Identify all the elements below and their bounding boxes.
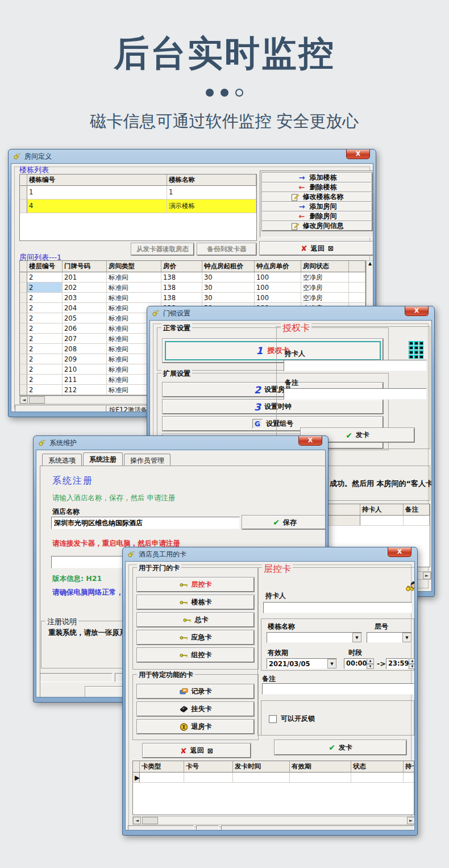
table-cell: 标准间 (107, 293, 161, 303)
read-from-encoder-button[interactable]: 从发卡器读取房态 (131, 243, 194, 255)
chevron-down-icon[interactable]: ▼ (402, 633, 411, 642)
record-card-button[interactable]: 记录卡 (137, 684, 254, 699)
close-icon[interactable]: X (346, 149, 370, 159)
table-cell: 201 (63, 272, 107, 283)
tab-system-register[interactable]: 系统注册 (83, 452, 123, 466)
delete-room-button[interactable]: ← 删除房间 (262, 211, 372, 221)
master-card-button[interactable]: 总卡 (137, 613, 254, 627)
chevron-down-icon[interactable]: ▼ (352, 633, 361, 642)
time-from-stepper[interactable]: 00:00 ▲▼ (344, 658, 374, 669)
emergency-card-button[interactable]: 应急卡 (137, 630, 254, 645)
scroll-left-icon[interactable]: ◄ (20, 396, 28, 404)
add-room-button[interactable]: → 添加房间 (262, 202, 372, 211)
scrollbar-thumb[interactable] (29, 396, 45, 403)
backup-to-encoder-button[interactable]: 备份到发卡器 (197, 243, 256, 255)
floor-number-select[interactable]: ▼ (367, 632, 412, 643)
add-icon: → (298, 174, 306, 182)
table-cell: ▶ (133, 773, 140, 783)
scrollbar-thumb[interactable] (142, 817, 158, 824)
table-row[interactable]: 4演示楼栋 (20, 200, 256, 213)
table-row[interactable]: 2203标准间13830100空净房 (20, 293, 365, 303)
scroll-right-icon[interactable]: ► (407, 817, 415, 824)
key-icon (180, 651, 188, 659)
cardholder-input[interactable] (284, 360, 427, 371)
button-label: 楼栋卡 (192, 597, 212, 607)
time-from-value[interactable]: 00:00 (344, 658, 367, 669)
stepper-buttons[interactable]: ▲▼ (367, 658, 374, 669)
issue-card-button[interactable]: ✔ 发卡 (275, 740, 406, 755)
floor-control-card-button[interactable]: 层控卡 (137, 578, 254, 592)
scroll-up-icon[interactable]: ▲ (368, 261, 372, 266)
table-cell (233, 773, 290, 783)
valid-date-select[interactable]: 2021/03/05 ▼ (267, 658, 337, 669)
group-control-card-button[interactable]: 组控卡 (137, 648, 254, 662)
close-icon[interactable]: X (388, 547, 411, 557)
time-to-stepper[interactable]: 23:59 ▲▼ (386, 658, 415, 669)
stepper-buttons[interactable]: ▲▼ (409, 658, 415, 669)
tab-system-options[interactable]: 系统选项 (42, 454, 82, 466)
add-building-button[interactable]: → 添加楼栋 (262, 173, 372, 182)
step-down-icon[interactable]: ▼ (409, 664, 415, 670)
titlebar[interactable]: 门锁设置 X (149, 306, 432, 320)
table-cell: 2 (27, 323, 63, 334)
step-up-icon[interactable]: ▲ (409, 658, 415, 664)
button-label: 修改楼栋名称 (303, 192, 344, 202)
table-cell (20, 334, 27, 344)
table-row[interactable]: 11 (20, 186, 256, 200)
step-up-icon[interactable]: ▲ (367, 658, 374, 664)
table-cell: 标准间 (107, 283, 161, 293)
return-button[interactable]: ✘ 返回 ⊠ (260, 242, 373, 255)
table-cell: 203 (63, 293, 107, 303)
statusbar-cell (40, 673, 113, 682)
table-cell (20, 186, 27, 200)
building-card-button[interactable]: 楼栋卡 (137, 595, 254, 609)
checkbox-icon[interactable] (269, 715, 277, 723)
tab-operator-management[interactable]: 操作员管理 (124, 454, 171, 466)
titlebar[interactable]: 房间定义 X (11, 149, 373, 163)
cards-table-horizontal-scrollbar[interactable]: ◄ ► (132, 816, 415, 825)
table-row[interactable]: 2202标准间13830100空净房 (20, 283, 365, 293)
check-icon: ✔ (346, 431, 352, 440)
table-row[interactable]: ▶ (133, 773, 414, 783)
window-title: 酒店员工用的卡 (139, 550, 186, 559)
return-button[interactable]: ✘ 返回 ⊠ (143, 744, 251, 758)
table-cell: 138 (161, 283, 202, 293)
button-label: 总卡 (195, 615, 209, 625)
valid-date-label: 有效期 (268, 648, 288, 658)
save-button[interactable]: ✔ 保存 (242, 516, 326, 529)
statusbar-cell (196, 825, 219, 830)
close-icon[interactable]: X (405, 306, 429, 316)
step-down-icon[interactable]: ▼ (367, 664, 374, 670)
building-table[interactable]: 楼栋编号楼栋名称 114演示楼栋 (19, 174, 257, 241)
button-number: 3 (254, 401, 261, 413)
titlebar[interactable]: 酒店员工用的卡 X (125, 547, 415, 561)
delete-building-button[interactable]: ← 删除楼栋 (262, 182, 372, 192)
scroll-right-icon[interactable]: ► (423, 572, 431, 579)
issued-cards-table[interactable]: 卡类型卡号发卡时间有效期状态持卡人 ▶ (132, 761, 414, 815)
button-number: 1 (256, 345, 263, 356)
allow-deadbolt-checkbox[interactable]: 可以开反锁 (269, 714, 315, 724)
button-number: G (252, 419, 263, 429)
scroll-left-icon[interactable]: ◄ (133, 817, 141, 824)
close-icon[interactable]: X (298, 436, 322, 446)
table-row[interactable]: 2201标准间13830100空净房 (20, 272, 365, 283)
loss-report-card-button[interactable]: 挂失卡 (137, 702, 254, 716)
building-name-select[interactable]: ▼ (267, 632, 362, 643)
hotel-name-input[interactable] (51, 517, 240, 529)
note-input[interactable] (262, 683, 414, 695)
keypad-icon (409, 341, 423, 359)
table-cell (184, 773, 233, 783)
titlebar[interactable]: 系统维护 X (36, 436, 326, 450)
table-cell: 演示楼栋 (167, 200, 256, 213)
table-cell: 30 (202, 283, 255, 293)
column-header: 状态 (351, 761, 404, 773)
edit-building-name-button[interactable]: 修改楼栋名称 (262, 192, 372, 202)
cardholder-input[interactable] (263, 602, 412, 613)
note-input[interactable] (284, 388, 427, 400)
edit-room-info-button[interactable]: 修改房间信息 (262, 221, 372, 231)
chevron-down-icon[interactable]: ▼ (327, 659, 336, 668)
checkout-card-button[interactable]: 退房卡 (137, 720, 254, 734)
key-icon (127, 550, 136, 558)
time-to-value[interactable]: 23:59 (386, 658, 409, 669)
table-cell (20, 303, 27, 313)
